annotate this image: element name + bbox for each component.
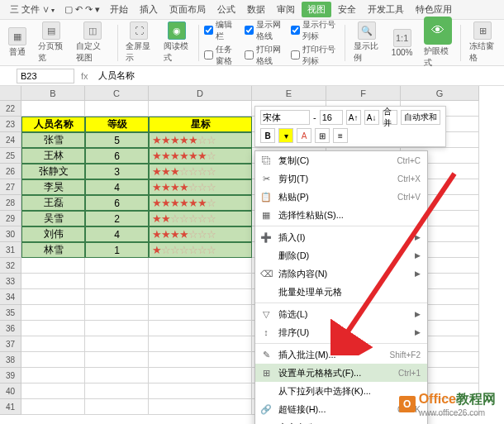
cell[interactable]: 林雪 bbox=[21, 242, 85, 258]
cell[interactable] bbox=[85, 258, 149, 274]
cell[interactable]: 张静文 bbox=[21, 164, 85, 179]
ctx-定义名称(A)...[interactable]: 定义名称(A)... bbox=[255, 418, 427, 424]
cell[interactable]: 1 bbox=[85, 242, 149, 258]
cell[interactable]: 人员名称 bbox=[21, 117, 85, 132]
cell[interactable]: 2 bbox=[85, 211, 149, 226]
cell[interactable]: 吴雪 bbox=[21, 211, 85, 226]
cell[interactable] bbox=[21, 368, 85, 384]
select-all-corner[interactable] bbox=[0, 86, 21, 101]
cell[interactable] bbox=[21, 274, 85, 289]
row-col-check[interactable]: 显示行号列标 bbox=[291, 19, 340, 42]
print-gridlines-check[interactable]: 打印网格线 bbox=[245, 44, 287, 67]
cell[interactable]: 张雪 bbox=[21, 132, 85, 148]
cell[interactable]: 5 bbox=[85, 132, 149, 148]
cell[interactable] bbox=[85, 384, 149, 399]
cell[interactable] bbox=[21, 352, 85, 368]
cell[interactable]: ★★★★☆☆☆ bbox=[149, 226, 252, 242]
name-box[interactable]: B23 bbox=[17, 69, 74, 83]
cell[interactable] bbox=[85, 274, 149, 289]
cell[interactable] bbox=[149, 352, 252, 368]
ctx-批量处理单元格[interactable]: 批量处理单元格 bbox=[255, 283, 427, 301]
ctx-插入(I)[interactable]: ➕插入(I)▶ bbox=[255, 228, 427, 246]
cell[interactable]: 李昊 bbox=[21, 179, 85, 195]
cell[interactable] bbox=[149, 336, 252, 352]
col-header-G[interactable]: G bbox=[401, 86, 479, 101]
tab-公式[interactable]: 公式 bbox=[212, 2, 240, 17]
fx-icon[interactable]: fx bbox=[74, 71, 95, 81]
ctx-设置单元格格式(F)...[interactable]: ⊞设置单元格格式(F)...Ctrl+1 bbox=[255, 364, 427, 382]
row-header-30[interactable]: 30 bbox=[0, 226, 21, 242]
cell[interactable] bbox=[21, 258, 85, 274]
file-menu[interactable]: 三 文件 ∨ bbox=[5, 2, 59, 17]
read-mode-button[interactable]: ◉阅读模式 bbox=[160, 20, 193, 65]
ctx-排序(U)[interactable]: ↕排序(U)▶ bbox=[255, 323, 427, 341]
tab-数据[interactable]: 数据 bbox=[242, 2, 270, 17]
cell[interactable] bbox=[149, 384, 252, 399]
row-header-39[interactable]: 39 bbox=[0, 368, 21, 384]
ctx-选择性粘贴(S)...[interactable]: ▦选择性粘贴(S)... bbox=[255, 206, 427, 224]
more-icon[interactable]: ▾ bbox=[95, 4, 100, 15]
print-row-col-check[interactable]: 打印行号列标 bbox=[291, 44, 340, 67]
tab-审阅[interactable]: 审阅 bbox=[272, 2, 300, 17]
cell[interactable]: ★★★★★★☆ bbox=[149, 148, 252, 164]
formula-input[interactable]: 人员名称 bbox=[95, 69, 504, 82]
cell[interactable] bbox=[85, 368, 149, 384]
ctx-复制(C)[interactable]: ⿻复制(C)Ctrl+C bbox=[255, 151, 427, 169]
mini-autosum[interactable]: 自动求和 bbox=[401, 110, 440, 125]
mini-size[interactable] bbox=[320, 110, 343, 125]
ctx-粘贴(P)[interactable]: 📋粘贴(P)Ctrl+V bbox=[255, 188, 427, 206]
cell[interactable] bbox=[21, 384, 85, 399]
row-header-28[interactable]: 28 bbox=[0, 195, 21, 211]
save-icon[interactable]: ▢ bbox=[64, 4, 73, 15]
cell[interactable] bbox=[21, 305, 85, 321]
cell[interactable] bbox=[85, 336, 149, 352]
custom-view-button[interactable]: ◫自定义视图 bbox=[73, 20, 112, 65]
cell[interactable]: 星标 bbox=[149, 117, 252, 132]
tab-安全[interactable]: 安全 bbox=[333, 2, 361, 17]
cell[interactable]: 4 bbox=[85, 179, 149, 195]
mini-font[interactable] bbox=[260, 110, 310, 125]
col-header-E[interactable]: E bbox=[252, 86, 326, 101]
row-header-40[interactable]: 40 bbox=[0, 384, 21, 399]
eye-care-button[interactable]: 👁护眼模式 bbox=[421, 15, 455, 70]
cell[interactable] bbox=[85, 321, 149, 336]
col-header-C[interactable]: C bbox=[85, 86, 149, 101]
ctx-筛选(L)[interactable]: ▽筛选(L)▶ bbox=[255, 305, 427, 323]
cell[interactable] bbox=[149, 101, 252, 117]
col-header-F[interactable]: F bbox=[326, 86, 401, 101]
cell[interactable] bbox=[149, 368, 252, 384]
cell[interactable]: 4 bbox=[85, 226, 149, 242]
cell[interactable] bbox=[21, 399, 85, 415]
row-header-35[interactable]: 35 bbox=[0, 305, 21, 321]
row-header-25[interactable]: 25 bbox=[0, 148, 21, 164]
cell[interactable] bbox=[85, 101, 149, 117]
row-header-32[interactable]: 32 bbox=[0, 258, 21, 274]
cell[interactable] bbox=[149, 399, 252, 415]
cell[interactable]: 6 bbox=[85, 148, 149, 164]
cell[interactable] bbox=[85, 352, 149, 368]
cell[interactable] bbox=[21, 101, 85, 117]
cell[interactable]: ★★★★★★☆ bbox=[149, 195, 252, 211]
cell[interactable]: 刘伟 bbox=[21, 226, 85, 242]
cell[interactable]: 王磊 bbox=[21, 195, 85, 211]
zoom-button[interactable]: 🔍显示比例 bbox=[350, 20, 383, 65]
mini-size-down[interactable]: A↓ bbox=[364, 110, 379, 125]
cell[interactable]: 等级 bbox=[85, 117, 149, 132]
ctx-剪切(T)[interactable]: ✂剪切(T)Ctrl+X bbox=[255, 169, 427, 188]
cell[interactable] bbox=[85, 305, 149, 321]
cell[interactable]: 王林 bbox=[21, 148, 85, 164]
cell[interactable] bbox=[149, 305, 252, 321]
row-header-31[interactable]: 31 bbox=[0, 242, 21, 258]
mini-bold[interactable]: B bbox=[260, 128, 275, 143]
cell[interactable] bbox=[149, 289, 252, 305]
cell[interactable] bbox=[149, 258, 252, 274]
cell[interactable]: ★☆☆☆☆☆☆ bbox=[149, 242, 252, 258]
row-header-29[interactable]: 29 bbox=[0, 211, 21, 226]
cell[interactable] bbox=[21, 336, 85, 352]
cell[interactable]: 3 bbox=[85, 164, 149, 179]
row-header-23[interactable]: 23 bbox=[0, 117, 21, 132]
zoom-100-button[interactable]: 1:1100% bbox=[388, 27, 416, 59]
tab-开始[interactable]: 开始 bbox=[105, 2, 133, 17]
cell[interactable] bbox=[149, 274, 252, 289]
mini-border[interactable]: ⊞ bbox=[315, 128, 330, 143]
